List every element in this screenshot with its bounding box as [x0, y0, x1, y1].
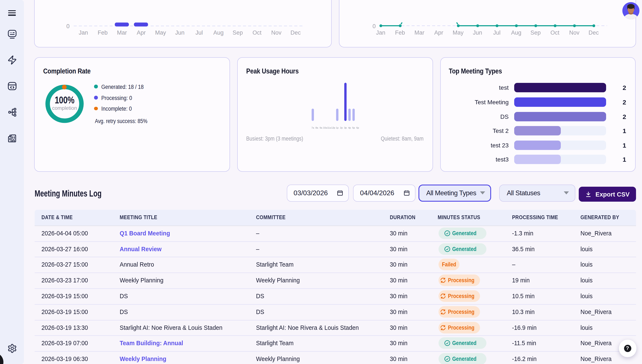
- svg-text:12p: 12p: [331, 126, 335, 129]
- svg-text:10a: 10a: [323, 126, 327, 129]
- svg-text:2p: 2p: [340, 126, 343, 129]
- svg-text:4p: 4p: [348, 126, 351, 129]
- svg-text:6p: 6p: [356, 126, 359, 129]
- svg-text:8a: 8a: [315, 126, 318, 129]
- svg-text:5p: 5p: [352, 126, 355, 129]
- svg-text:1p: 1p: [336, 126, 339, 129]
- svg-text:7a: 7a: [311, 126, 314, 129]
- svg-text:11a: 11a: [327, 126, 331, 129]
- svg-text:9a: 9a: [320, 126, 322, 129]
- svg-text:3p: 3p: [344, 126, 347, 129]
